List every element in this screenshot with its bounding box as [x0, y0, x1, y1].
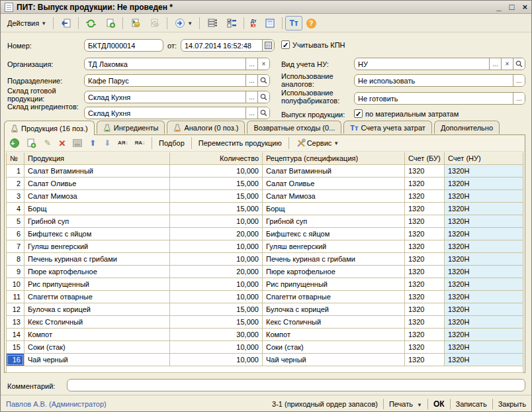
table-cell[interactable]: 1320	[405, 203, 445, 215]
table-cell[interactable]: Салат Мимоза	[263, 190, 405, 203]
table-row[interactable]: 6Бифштекс с яйцом20,000Бифштекс с яйцом1…	[6, 228, 523, 240]
table-cell[interactable]: Компот	[263, 329, 405, 341]
table-row[interactable]: 3Салат Мимоза15,000Салат Мимоза13201320Н	[6, 190, 523, 203]
table-cell[interactable]: Кекс Столичный	[24, 316, 170, 329]
table-cell[interactable]: 6	[6, 228, 24, 240]
table-cell[interactable]: 15,000	[170, 203, 263, 215]
move-down-button[interactable]: ⬇	[101, 136, 114, 150]
table-cell[interactable]: 1320	[405, 266, 445, 278]
date-field[interactable]: 14.07.2014 16:52:48	[181, 39, 275, 52]
clear-icon[interactable]: ×	[501, 58, 513, 70]
add-row-button[interactable]: +	[7, 136, 22, 150]
choose-icon[interactable]: ...	[489, 58, 501, 70]
table-row[interactable]: 8Печень куриная с грибами10,000Печень ку…	[6, 253, 523, 266]
table-row[interactable]: 12Булочка с корицей15,000Булочка с кориц…	[6, 303, 523, 316]
table-cell[interactable]: 1320	[405, 178, 445, 190]
table-cell[interactable]: 15,000	[170, 303, 263, 316]
close-form-button[interactable]: Закрыть	[498, 400, 526, 408]
tab-0[interactable]: Продукция (16 поз.)	[4, 121, 95, 135]
table-cell[interactable]: Соки (стак)	[24, 341, 170, 354]
choose-icon[interactable]: ...	[513, 93, 525, 104]
tab-2[interactable]: Аналоги (0 поз.)	[167, 121, 245, 134]
table-cell[interactable]: Гуляш венгерский	[263, 240, 405, 253]
table-cell[interactable]: 3	[6, 190, 24, 203]
warehouse-ingredients-field[interactable]: Склад Кухня ...	[84, 107, 270, 119]
table-cell[interactable]: Рис припущенный	[24, 278, 170, 291]
table-cell[interactable]: Салат Витаминный	[263, 165, 405, 178]
copy-row-button[interactable]	[23, 136, 40, 150]
table-cell[interactable]: 10,000	[170, 240, 263, 253]
table-cell[interactable]: 16	[6, 354, 24, 366]
ok-button[interactable]: ОК	[433, 399, 445, 409]
table-cell[interactable]: Бифштекс с яйцом	[263, 228, 405, 240]
table-cell[interactable]: 15,000	[170, 316, 263, 329]
table-cell[interactable]: 1320	[405, 190, 445, 203]
table-cell[interactable]: 1320Н	[445, 228, 523, 240]
table-cell[interactable]: 1320Н	[445, 240, 523, 253]
output-checkbox[interactable]: ✓	[354, 109, 363, 118]
column-header-5[interactable]: Счет (НУ)	[445, 152, 523, 165]
table-cell[interactable]: Салат Мимоза	[24, 190, 170, 203]
table-cell[interactable]: Салат Оливье	[263, 178, 405, 190]
table-cell[interactable]: 1320	[405, 240, 445, 253]
set-end-button[interactable]: кон	[70, 136, 85, 150]
table-cell[interactable]: Булочка с корицей	[263, 303, 405, 316]
print-button[interactable]: Печать ▼	[389, 400, 422, 408]
save-button[interactable]: Записать	[456, 400, 487, 408]
table-cell[interactable]: 1320	[405, 291, 445, 303]
table-row[interactable]: 10Рис припущенный10,000Рис припущенный13…	[6, 278, 523, 291]
table-cell[interactable]: Борщ	[24, 203, 170, 215]
nu-kind-field[interactable]: НУ ... ×	[354, 58, 525, 70]
choose-icon[interactable]: ...	[245, 75, 257, 86]
settings-list-button[interactable]	[222, 16, 241, 30]
table-cell[interactable]: 1320	[405, 228, 445, 240]
column-header-3[interactable]: Рецептура (спецификация)	[263, 152, 405, 165]
table-cell[interactable]: 1320Н	[445, 203, 523, 215]
table-cell[interactable]: Чай черный	[24, 354, 170, 366]
maximize-button[interactable]: □	[510, 2, 515, 12]
table-cell[interactable]: 1320Н	[445, 253, 523, 266]
table-cell[interactable]: 10,000	[170, 291, 263, 303]
table-cell[interactable]: Пюре картофельное	[24, 266, 170, 278]
table-cell[interactable]: 9	[6, 266, 24, 278]
table-cell[interactable]: 10,000	[170, 165, 263, 178]
table-cell[interactable]: 10,000	[170, 341, 263, 354]
table-cell[interactable]: Салат Оливье	[24, 178, 170, 190]
table-cell[interactable]: 5	[6, 215, 24, 228]
close-button[interactable]: ×	[522, 2, 527, 12]
delete-row-button[interactable]: ✕	[56, 136, 69, 150]
table-cell[interactable]: 1320Н	[445, 215, 523, 228]
table-cell[interactable]: 1320Н	[445, 329, 523, 341]
table-cell[interactable]: 12	[6, 303, 24, 316]
table-cell[interactable]: Соки (стак)	[263, 341, 405, 354]
choose-icon[interactable]: ...	[245, 91, 257, 103]
register-records-button[interactable]	[260, 16, 279, 30]
table-cell[interactable]: 1320Н	[445, 266, 523, 278]
go-to-button[interactable]: ▼	[170, 16, 197, 30]
column-header-0[interactable]: №	[6, 152, 24, 165]
table-cell[interactable]: 1320	[405, 253, 445, 266]
copy-document-button[interactable]	[101, 16, 120, 30]
table-cell[interactable]: 1320Н	[445, 303, 523, 316]
tab-3[interactable]: Возвратные отходы (0...	[247, 121, 341, 134]
minimize-button[interactable]: _	[496, 2, 501, 12]
table-cell[interactable]: 20,000	[170, 266, 263, 278]
table-cell[interactable]: 1320Н	[445, 278, 523, 291]
table-cell[interactable]: 1320	[405, 165, 445, 178]
table-row[interactable]: 15Соки (стак)10,000Соки (стак)13201320Н	[6, 341, 523, 354]
table-cell[interactable]: 1320Н	[445, 316, 523, 329]
table-cell[interactable]: 1320	[405, 303, 445, 316]
calendar-icon[interactable]	[262, 40, 274, 51]
table-cell[interactable]: Чай черный	[263, 354, 405, 366]
number-field[interactable]: БКТДЛ000014	[84, 39, 163, 52]
column-header-1[interactable]: Продукция	[24, 152, 170, 165]
pick-button[interactable]: Подбор	[156, 136, 187, 150]
sort-asc-button[interactable]: АЯ↓	[115, 136, 131, 150]
table-cell[interactable]: 15,000	[170, 178, 263, 190]
table-cell[interactable]: Спагетти отварные	[24, 291, 170, 303]
table-row[interactable]: 16Чай черный10,000Чай черный13201320Н	[6, 354, 523, 366]
unpost-document-button[interactable]	[145, 16, 164, 30]
table-cell[interactable]: Рис припущенный	[263, 278, 405, 291]
table-cell[interactable]: Грибной суп	[263, 215, 405, 228]
move-products-button[interactable]: Переместить продукцию	[196, 136, 285, 150]
